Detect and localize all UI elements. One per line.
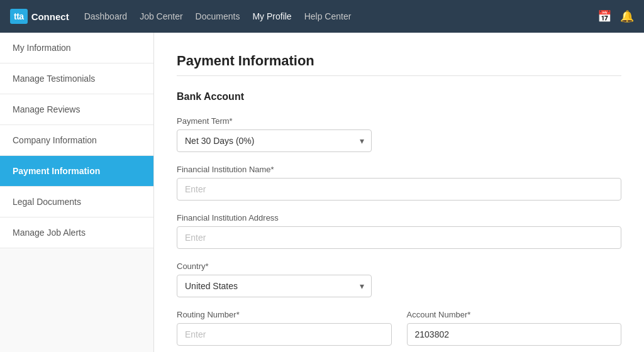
sidebar-item-manage-job-alerts[interactable]: Manage Job Alerts [0, 217, 153, 248]
main-content: Payment Information Bank Account Payment… [154, 33, 644, 352]
sidebar-item-label: Manage Job Alerts [13, 228, 86, 238]
nav-help-center[interactable]: Help Center [304, 11, 352, 21]
section-title: Bank Account [177, 91, 621, 102]
sidebar-item-legal-documents[interactable]: Legal Documents [0, 187, 153, 217]
nav-dashboard[interactable]: Dashboard [84, 11, 128, 21]
account-number-label: Account Number* [407, 310, 622, 319]
routing-number-input[interactable] [177, 323, 392, 346]
sidebar-item-label: Manage Testimonials [13, 74, 95, 84]
logo-box: tta [10, 9, 28, 24]
financial-institution-address-input[interactable] [177, 226, 621, 249]
routing-number-group: Routing Number* [177, 310, 392, 346]
page-title: Payment Information [177, 53, 621, 69]
nav-documents[interactable]: Documents [196, 11, 240, 21]
country-select-wrapper: United States [177, 275, 372, 297]
payment-term-select[interactable]: Net 30 Days (0%) [177, 129, 372, 152]
sidebar-item-label: My Information [13, 43, 71, 53]
sidebar-item-payment-information[interactable]: Payment Information [0, 156, 153, 187]
payment-term-select-wrapper: Net 30 Days (0%) [177, 129, 372, 152]
sidebar-item-company-information[interactable]: Company Information [0, 125, 153, 156]
sidebar-item-label: Legal Documents [13, 197, 81, 207]
divider [177, 75, 621, 76]
country-group: Country* United States [177, 261, 621, 297]
nav-my-profile[interactable]: My Profile [252, 11, 291, 21]
topnav: tta Connect Dashboard Job Center Documen… [0, 0, 644, 33]
topnav-links: Dashboard Job Center Documents My Profil… [84, 11, 582, 21]
routing-account-row: Routing Number* Account Number* [177, 310, 621, 352]
financial-institution-name-label: Financial Institution Name* [177, 165, 621, 174]
sidebar: My Information Manage Testimonials Manag… [0, 33, 154, 352]
layout: My Information Manage Testimonials Manag… [0, 33, 644, 352]
sidebar-item-my-information[interactable]: My Information [0, 33, 153, 63]
connect-label: Connect [31, 11, 69, 22]
sidebar-item-label: Company Information [13, 135, 97, 145]
sidebar-item-label: Payment Information [13, 166, 100, 176]
financial-institution-address-group: Financial Institution Address [177, 213, 621, 249]
sidebar-item-manage-testimonials[interactable]: Manage Testimonials [0, 63, 153, 94]
logo[interactable]: tta Connect [10, 9, 69, 24]
country-label: Country* [177, 261, 621, 271]
account-number-group: Account Number* [407, 310, 622, 346]
sidebar-item-manage-reviews[interactable]: Manage Reviews [0, 94, 153, 125]
financial-institution-address-label: Financial Institution Address [177, 213, 621, 223]
routing-number-label: Routing Number* [177, 310, 392, 319]
financial-institution-name-group: Financial Institution Name* [177, 165, 621, 201]
account-number-input[interactable] [407, 323, 622, 346]
calendar-icon[interactable]: 📅 [597, 9, 611, 23]
payment-term-label: Payment Term* [177, 116, 621, 126]
sidebar-item-label: Manage Reviews [13, 104, 80, 114]
payment-term-group: Payment Term* Net 30 Days (0%) [177, 116, 621, 152]
financial-institution-name-input[interactable] [177, 178, 621, 201]
notification-icon[interactable]: 🔔 [620, 9, 634, 23]
country-select[interactable]: United States [177, 275, 372, 297]
topnav-right: 📅 🔔 [597, 9, 634, 23]
nav-job-center[interactable]: Job Center [140, 11, 182, 21]
